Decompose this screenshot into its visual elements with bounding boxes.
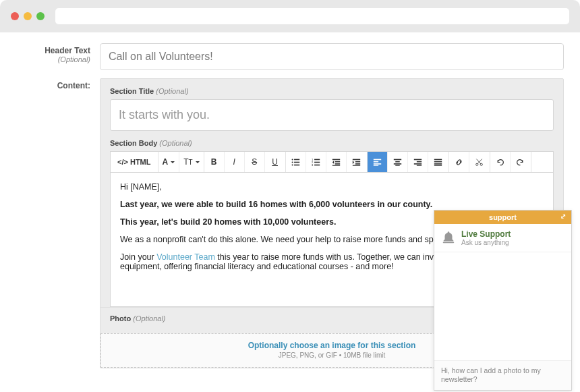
support-header-text: support — [489, 213, 517, 221]
svg-rect-20 — [373, 159, 380, 160]
maximize-window-button[interactable] — [36, 12, 45, 20]
svg-rect-3 — [294, 161, 299, 163]
align-left-button[interactable] — [368, 152, 388, 172]
italic-button[interactable]: I — [225, 152, 245, 172]
browser-chrome — [0, 0, 580, 32]
svg-rect-28 — [413, 159, 421, 160]
bold-button[interactable]: B — [204, 152, 225, 172]
support-chat-input[interactable]: Hi, how can I add a photo to my newslett… — [434, 360, 571, 390]
svg-rect-19 — [353, 165, 360, 165]
svg-rect-7 — [314, 159, 320, 160]
svg-rect-27 — [395, 165, 400, 165]
header-text-label: Header Text (Optional) — [16, 43, 90, 70]
header-text-input[interactable] — [100, 43, 564, 70]
svg-rect-18 — [355, 163, 360, 165]
traffic-lights — [11, 12, 45, 20]
svg-rect-33 — [434, 161, 442, 162]
html-source-button[interactable]: </> HTML — [111, 152, 158, 172]
outdent-button[interactable] — [326, 152, 347, 172]
svg-rect-13 — [335, 161, 340, 162]
svg-rect-25 — [395, 161, 400, 162]
svg-rect-22 — [373, 163, 380, 165]
underline-button[interactable]: U — [265, 152, 285, 172]
redo-button[interactable] — [511, 152, 531, 172]
svg-rect-26 — [393, 163, 401, 165]
link-button[interactable] — [449, 152, 469, 172]
label-text: Header Text — [45, 46, 90, 55]
align-center-button[interactable] — [388, 152, 408, 172]
support-widget: support ⤢ Live Support Ask us anything H… — [434, 210, 572, 391]
cut-button[interactable] — [469, 152, 490, 172]
svg-rect-14 — [335, 163, 340, 165]
support-header[interactable]: support ⤢ — [434, 211, 571, 224]
svg-rect-9 — [314, 161, 320, 163]
svg-rect-16 — [353, 159, 360, 160]
ordered-list-button[interactable]: 123 — [306, 152, 326, 172]
support-subtitle-text: Ask us anything — [461, 239, 511, 246]
svg-rect-12 — [332, 159, 339, 160]
align-justify-button[interactable] — [428, 152, 448, 172]
header-text-row: Header Text (Optional) — [16, 43, 564, 70]
svg-rect-21 — [373, 161, 378, 162]
section-title-input[interactable] — [110, 99, 554, 131]
svg-rect-23 — [373, 165, 378, 165]
svg-rect-11 — [314, 164, 320, 165]
optional-text: (Optional) — [16, 55, 90, 63]
svg-rect-30 — [413, 163, 421, 165]
support-title-text: Live Support — [461, 229, 511, 239]
body-paragraph: Last year, we were able to build 16 home… — [120, 200, 544, 209]
support-chat-body — [434, 252, 571, 360]
svg-point-2 — [291, 161, 293, 163]
svg-point-4 — [291, 164, 293, 165]
label-text: Content: — [57, 81, 90, 90]
unordered-list-button[interactable] — [286, 152, 306, 172]
svg-rect-24 — [393, 159, 401, 160]
svg-rect-31 — [417, 165, 422, 165]
close-window-button[interactable] — [11, 12, 19, 20]
minimize-window-button[interactable] — [24, 12, 32, 20]
svg-rect-15 — [332, 165, 339, 165]
svg-rect-39 — [443, 242, 455, 244]
svg-rect-17 — [355, 161, 360, 162]
editor-toolbar: </> HTML A TT B I S U 123 — [110, 151, 554, 172]
content-label: Content: — [16, 78, 90, 368]
expand-icon[interactable]: ⤢ — [560, 213, 566, 220]
svg-rect-34 — [434, 163, 442, 165]
support-title-row: Live Support Ask us anything — [434, 224, 571, 252]
body-paragraph: Hi [NAME], — [120, 182, 544, 192]
volunteer-team-link[interactable]: Volunteer Team — [156, 252, 215, 262]
bell-icon — [441, 230, 456, 245]
section-title-label: Section Title (Optional) — [110, 87, 554, 95]
font-family-dropdown[interactable]: A — [158, 152, 180, 172]
svg-rect-1 — [294, 159, 299, 160]
svg-rect-32 — [434, 159, 442, 160]
svg-rect-29 — [417, 161, 422, 162]
svg-point-38 — [448, 232, 450, 234]
svg-rect-5 — [294, 164, 299, 165]
font-size-dropdown[interactable]: TT — [179, 152, 203, 172]
svg-rect-35 — [434, 165, 442, 165]
strikethrough-button[interactable]: S — [245, 152, 265, 172]
section-body-label: Section Body (Optional) — [110, 139, 554, 147]
indent-button[interactable] — [347, 152, 367, 172]
svg-text:3: 3 — [312, 163, 314, 167]
url-bar[interactable] — [55, 8, 569, 24]
align-right-button[interactable] — [408, 152, 428, 172]
undo-button[interactable] — [490, 152, 511, 172]
svg-point-0 — [291, 159, 293, 160]
